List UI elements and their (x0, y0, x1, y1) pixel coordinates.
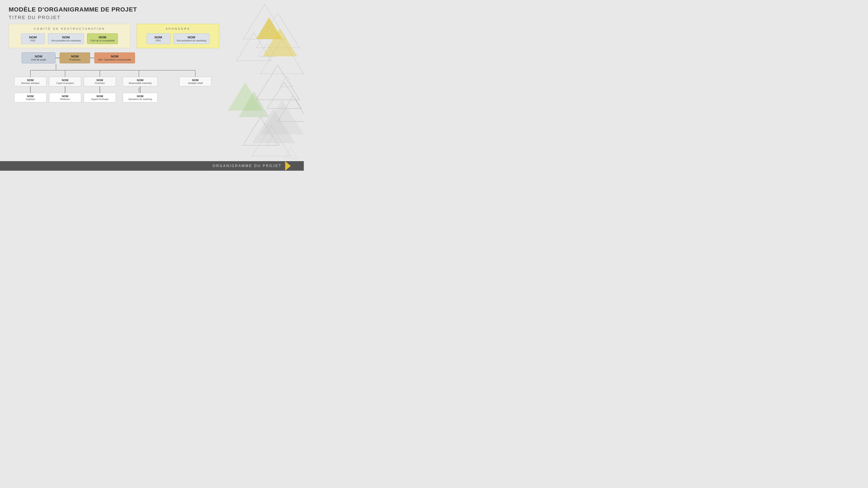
bottom-nom-4: NOM (182, 78, 209, 82)
mid-role-0: Chef de projet (25, 58, 52, 61)
committee-nom-0: NOM (24, 35, 42, 39)
mid-row: NOM Chef de projet NOM Production NOM Si… (22, 53, 135, 63)
sub-connector-3 (140, 86, 141, 93)
org-chart: NOM Chef de projet NOM Production NOM Si… (9, 53, 295, 126)
bottom-card-0: NOM Directeur artistique (14, 77, 46, 86)
sub-role-2: Support technique (86, 98, 114, 101)
sub-nom-3: NOM (125, 95, 155, 98)
sponsors-box: SPONSORS NOM PDG NOM Vice-président du m… (137, 24, 219, 48)
committee-nom-1: NOM (51, 35, 81, 39)
sponsor-card-1: NOM Vice-président du marketing (174, 33, 210, 44)
sub-nom-1: NOM (52, 95, 79, 98)
bottom-role-0: Directeur artistique (17, 82, 44, 85)
mid-role-2: Site / Opérations commerciales (98, 58, 131, 61)
sub-role-3: Opérations de marketing (125, 98, 155, 101)
connector-h-2 (90, 58, 94, 58)
svg-marker-12 (252, 126, 291, 156)
mid-card-operations: NOM Site / Opérations commerciales (94, 53, 135, 63)
bottom-role-2: Promoteur (86, 82, 114, 85)
bottom-card-2: NOM Promoteur (84, 77, 116, 86)
bottom-card-3: NOM Responsable marketing (123, 77, 158, 86)
footer-text: ORGANIGRAMME DU PROJET (213, 164, 282, 168)
bottom-nom-3: NOM (125, 78, 155, 82)
bottom-col-0: NOM Directeur artistique NOM Graphiste (14, 77, 46, 102)
sub-card-2: NOM Support technique (84, 93, 116, 102)
sub-connector-2 (100, 86, 100, 93)
svg-marker-15 (267, 134, 280, 145)
footer-accent-icon (285, 161, 291, 171)
committee-nom-2: NOM (90, 35, 115, 39)
sub-connector-1 (65, 86, 65, 93)
project-subtitle: TITRE DU PROJET (9, 15, 295, 21)
connector-h-1 (55, 58, 60, 58)
committee-card-2: NOM Chef de la comptabilité (87, 33, 118, 44)
sub-nom-0: NOM (17, 95, 44, 98)
sponsor-nom-0: NOM (150, 35, 167, 39)
sponsor-card-0: NOM PDG (147, 33, 170, 44)
committee-card-1: NOM Vice-président du marketing (48, 33, 84, 44)
bottom-role-3: Responsable marketing (125, 82, 155, 85)
sponsor-nom-1: NOM (177, 35, 206, 39)
bottom-col-3: NOM Responsable marketing NOM Opérations… (123, 77, 158, 102)
bottom-card-4: NOM Stratège créatif (179, 77, 211, 86)
sub-role-1: Rédacteur (52, 98, 79, 101)
footer-bar: ORGANIGRAMME DU PROJET (0, 161, 304, 171)
sponsor-role-1: Vice-président du marketing (177, 39, 206, 42)
bottom-nom-1: NOM (52, 78, 79, 82)
bottom-role-1: Copier le prospect (52, 82, 79, 85)
committee-role-1: Vice-président du marketing (51, 39, 81, 42)
sub-role-0: Graphiste (17, 98, 44, 101)
sub-card-3: NOM Opérations de marketing (123, 93, 158, 102)
top-row: COMITÉ DE RESTRUCTURATION NOM PDG NOM Vi… (9, 24, 295, 48)
bottom-nom-0: NOM (17, 78, 44, 82)
sub-card-1: NOM Rédacteur (49, 93, 81, 102)
sponsor-role-0: PDG (150, 39, 167, 42)
mid-nom-1: NOM (63, 55, 86, 58)
bottom-col-2: NOM Promoteur NOM Support technique (84, 77, 116, 102)
sponsors-label: SPONSORS (141, 27, 215, 30)
committee-cards: NOM PDG NOM Vice-président du marketing … (13, 33, 126, 44)
bottom-col-4: NOM Stratège créatif (179, 77, 211, 86)
mid-role-1: Production (63, 58, 86, 61)
main-content: MODÈLE D'ORGANIGRAMME DE PROJET TITRE DU… (0, 0, 304, 126)
sponsors-cards: NOM PDG NOM Vice-président du marketing (141, 33, 215, 44)
page-title: MODÈLE D'ORGANIGRAMME DE PROJET (9, 6, 295, 13)
committee-box: COMITÉ DE RESTRUCTURATION NOM PDG NOM Vi… (9, 24, 130, 48)
committee-role-2: Chef de la comptabilité (90, 39, 115, 42)
committee-role-0: PDG (24, 39, 42, 42)
bottom-role-4: Stratège créatif (182, 82, 209, 85)
bottom-card-1: NOM Copier le prospect (49, 77, 81, 86)
committee-label: COMITÉ DE RESTRUCTURATION (13, 27, 126, 30)
mid-card-production: NOM Production (60, 53, 90, 63)
svg-marker-16 (284, 148, 297, 158)
mid-nom-2: NOM (98, 55, 131, 58)
bottom-nom-2: NOM (86, 78, 114, 82)
sub-card-0: NOM Graphiste (14, 93, 46, 102)
sub-connector-0 (30, 86, 31, 93)
sub-nom-2: NOM (86, 95, 114, 98)
mid-card-chef: NOM Chef de projet (22, 53, 55, 63)
committee-card-0: NOM PDG (21, 33, 45, 44)
bottom-col-1: NOM Copier le prospect NOM Rédacteur (49, 77, 81, 102)
mid-nom-0: NOM (25, 55, 52, 58)
